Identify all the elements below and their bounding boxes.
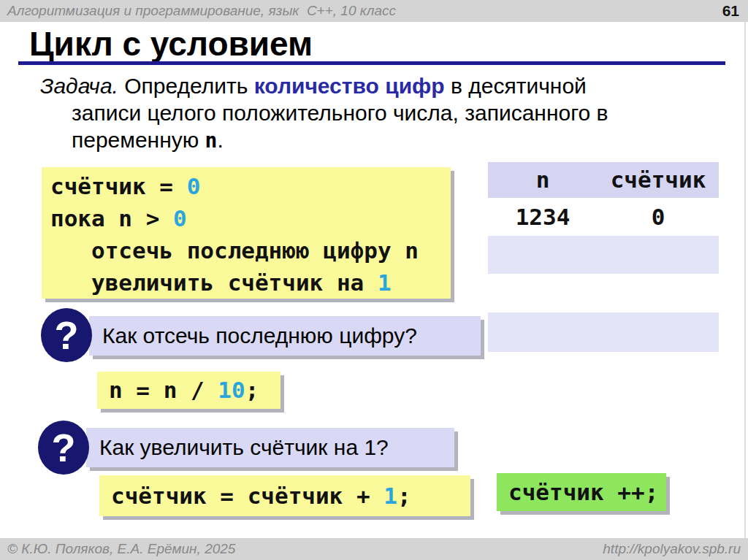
variable-n: n — [205, 129, 218, 153]
task-text: в десятичной — [445, 74, 587, 98]
table-cell — [598, 312, 719, 352]
table-cell — [598, 236, 719, 274]
table-cell — [598, 274, 719, 312]
answer-box-divide: n = n / 10; — [97, 372, 280, 409]
column-header-n: n — [488, 162, 598, 198]
table-cell: 0 — [598, 198, 719, 236]
question-mark-icon: ? — [41, 308, 92, 362]
task-text: . — [217, 128, 223, 152]
author-site-link[interactable]: http://kpolyakov.spb.ru — [603, 538, 741, 560]
table-row — [488, 312, 719, 352]
code-text: ; — [397, 483, 411, 509]
footer-bar: © К.Ю. Поляков, Е.А. Ерёмин, 2025 http:/… — [0, 538, 748, 560]
pseudocode-line: увеличить счётчик на 1 — [50, 266, 451, 299]
question-box-2: Как увеличить счётчик на 1? — [86, 428, 454, 467]
code-text: увеличить счётчик на — [50, 269, 378, 296]
code-number: 1 — [383, 483, 397, 509]
code-number: 1 — [378, 269, 392, 296]
code-text: счётчик = счётчик + — [111, 483, 383, 509]
page-title: Цикл с условием — [29, 24, 313, 64]
code-number: 0 — [187, 173, 201, 199]
task-highlight: количество цифр — [254, 74, 445, 98]
task-line-1: Задача. Определить количество цифр в дес… — [40, 72, 698, 99]
title-underline-rule — [18, 61, 725, 65]
code-text: n = n / — [109, 377, 218, 403]
code-text: пока n > — [50, 205, 173, 231]
answer-box-increment: счётчик = счётчик + 1; — [99, 475, 470, 516]
table-header-row: n счётчик — [488, 162, 719, 198]
pseudocode-line: отсечь последнюю цифру n — [50, 234, 451, 266]
task-text: Определить — [118, 74, 254, 98]
copyright-text: © К.Ю. Поляков, Е.А. Ерёмин, 2025 — [7, 538, 235, 560]
pseudocode-line: счётчик = 0 — [50, 170, 451, 202]
pseudocode-box: счётчик = 0 пока n > 0 отсечь последнюю … — [42, 167, 451, 299]
table-cell — [488, 274, 598, 312]
trace-table: n счётчик 1234 0 — [488, 162, 719, 352]
code-text: ; — [245, 377, 259, 403]
code-number: 10 — [218, 377, 245, 403]
question-mark-icon: ? — [38, 421, 89, 475]
table-cell: 1234 — [488, 198, 598, 236]
task-label: Задача. — [40, 74, 118, 98]
question-box-1: Как отсечь последнюю цифру? — [89, 316, 481, 356]
table-cell — [488, 236, 598, 274]
answer-box-increment-short: счётчик ++; — [497, 473, 666, 511]
pseudocode-line: пока n > 0 — [50, 202, 451, 234]
top-header-bar: Алгоритмизация и программирование, язык … — [0, 0, 748, 22]
course-title: Алгоритмизация и программирование, язык … — [7, 0, 396, 22]
page-number: 61 — [722, 0, 739, 21]
table-row — [488, 274, 719, 312]
code-text: отсечь последнюю цифру n — [50, 237, 419, 264]
table-cell — [488, 312, 598, 352]
table-row — [488, 236, 719, 274]
column-header-counter: счётчик — [598, 162, 719, 198]
task-line-2: записи целого положительного числа, запи… — [72, 99, 698, 126]
slide-edge-line — [744, 22, 746, 538]
task-line-3: переменную n. — [72, 126, 698, 154]
code-text: счётчик = — [50, 173, 187, 199]
task-statement: Задача. Определить количество цифр в дес… — [40, 72, 698, 154]
task-text: переменную — [72, 128, 205, 152]
code-number: 0 — [173, 205, 187, 231]
table-row: 1234 0 — [488, 198, 719, 236]
